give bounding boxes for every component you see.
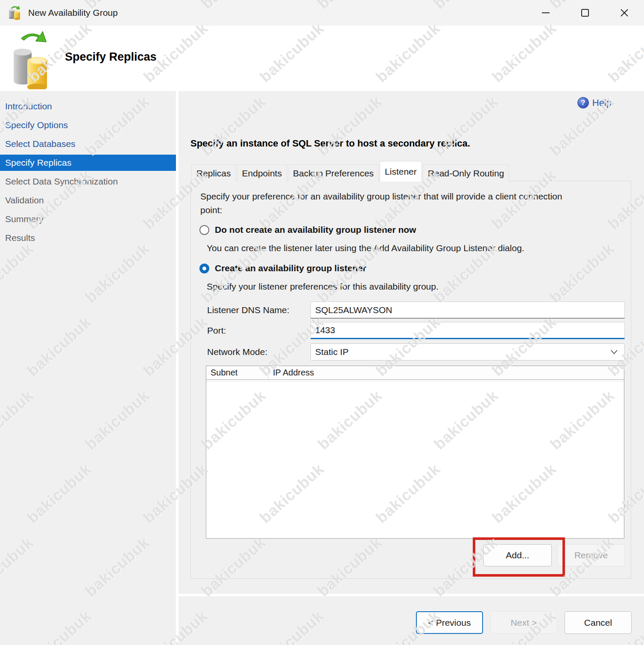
sidebar-item-specify-replicas[interactable]: Specify Replicas	[0, 155, 176, 171]
tab-backup-preferences[interactable]: Backup Preferences	[288, 164, 379, 182]
tab-replicas[interactable]: Replicas	[191, 164, 236, 182]
column-header-subnet[interactable]: Subnet	[206, 366, 269, 379]
help-icon: ?	[577, 97, 589, 108]
no-listener-description: You can create the listener later using …	[207, 243, 524, 253]
sidebar-item-specify-options[interactable]: Specify Options	[0, 116, 176, 135]
page-title: Specify Replicas	[65, 50, 157, 64]
dns-name-input[interactable]	[310, 302, 625, 319]
listener-tab-panel: Specify your preference for an availabil…	[190, 181, 631, 579]
help-label: Help	[592, 97, 612, 108]
instruction-heading: Specify an instance of SQL Server to hos…	[190, 138, 470, 149]
add-button[interactable]: Add...	[483, 544, 552, 566]
availability-group-icon	[7, 5, 23, 21]
window-title: New Availability Group	[28, 8, 118, 18]
radio-option-no-listener[interactable]: Do not create an availability group list…	[199, 225, 416, 235]
chevron-down-icon	[610, 349, 618, 355]
network-mode-label: Network Mode:	[207, 347, 267, 357]
help-link[interactable]: ? Help	[577, 97, 612, 108]
radio-option-create-listener[interactable]: Create an availability group listener	[199, 263, 366, 273]
port-input[interactable]	[310, 322, 625, 339]
main-content: ? Help Specify an instance of SQL Server…	[179, 91, 644, 645]
network-mode-select[interactable]: Static IP	[310, 343, 625, 361]
radio-no-listener-label: Do not create an availability group list…	[215, 225, 416, 235]
tab-strip: Replicas Endpoints Backup Preferences Li…	[191, 161, 510, 182]
title-bar: New Availability Group	[0, 0, 644, 26]
column-header-ip-address[interactable]: IP Address	[269, 366, 624, 379]
cancel-button[interactable]: Cancel	[565, 611, 632, 634]
wizard-steps-sidebar: Introduction Specify Options Select Data…	[0, 91, 176, 645]
next-button: Next >	[490, 611, 557, 634]
footer-divider	[179, 594, 644, 596]
sidebar-item-introduction[interactable]: Introduction	[0, 97, 176, 116]
dns-name-label: Listener DNS Name:	[207, 305, 290, 315]
sidebar-item-validation: Validation	[0, 191, 176, 210]
new-availability-group-window: New Availability Group	[0, 0, 644, 645]
radio-unselected-icon	[199, 225, 209, 235]
tab-read-only-routing[interactable]: Read-Only Routing	[423, 164, 509, 182]
maximize-button[interactable]	[565, 0, 605, 26]
remove-button: Remove	[557, 544, 625, 566]
window-controls	[526, 0, 644, 26]
tab-listener[interactable]: Listener	[380, 161, 422, 182]
network-mode-value: Static IP	[315, 347, 348, 357]
tab-endpoints[interactable]: Endpoints	[237, 164, 287, 182]
sidebar-item-summary: Summary	[0, 210, 176, 229]
ip-address-table: Subnet IP Address	[206, 366, 624, 539]
specify-replicas-icon	[12, 27, 50, 89]
create-listener-description: Specify your listener preferences for th…	[207, 281, 439, 292]
close-button[interactable]	[605, 0, 644, 26]
ip-table-body[interactable]	[206, 381, 624, 538]
sidebar-item-select-databases[interactable]: Select Databases	[0, 135, 176, 153]
sidebar-item-results: Results	[0, 229, 176, 247]
sidebar-item-select-data-synchronization: Select Data Synchronization	[0, 172, 176, 191]
radio-create-listener-label: Create an availability group listener	[215, 263, 366, 273]
listener-intro-text: Specify your preference for an availabil…	[200, 190, 580, 217]
minimize-button[interactable]	[526, 0, 565, 26]
port-label: Port:	[207, 325, 226, 336]
radio-selected-icon	[199, 264, 209, 273]
previous-button[interactable]: < Previous	[416, 611, 483, 634]
ip-table-header: Subnet IP Address	[206, 366, 624, 380]
wizard-header: Specify Replicas	[0, 26, 644, 91]
